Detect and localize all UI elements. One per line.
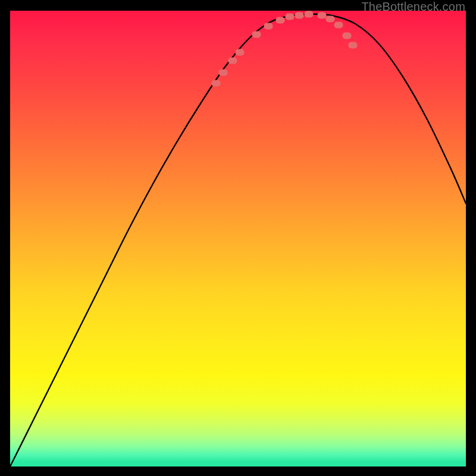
highlight-dot [264,23,273,30]
highlight-dot [286,14,295,20]
highlight-dot [252,32,261,38]
highlight-dot [295,12,304,19]
highlight-dots [212,11,358,87]
bottleneck-curve [10,14,466,466]
highlight-dot [334,22,343,29]
highlight-dot [212,80,221,87]
highlight-dot [318,12,327,19]
plot-area [10,11,466,466]
highlight-dot [349,42,358,49]
highlight-dot [326,16,335,23]
highlight-dot [236,49,245,56]
highlight-dot [305,11,314,18]
curve-svg [10,11,466,466]
chart-frame: TheBottleneck.com [0,0,476,476]
highlight-dot [219,70,228,76]
highlight-dot [343,33,352,39]
highlight-dot [228,58,237,64]
highlight-dot [276,17,285,24]
